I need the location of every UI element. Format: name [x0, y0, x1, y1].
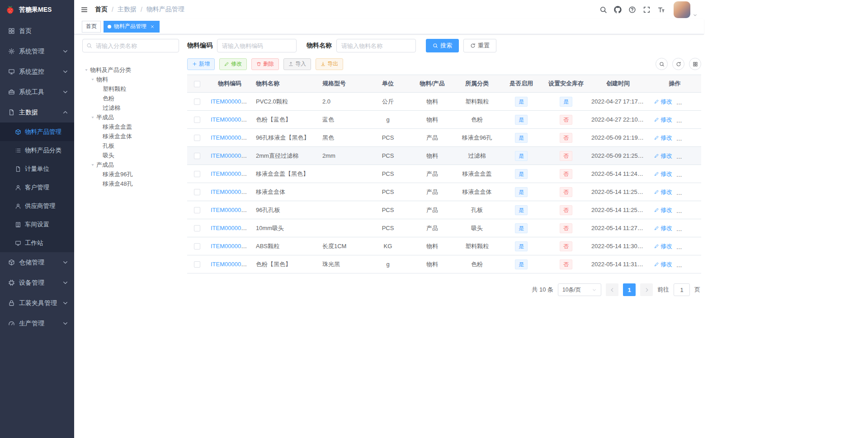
material-code-link[interactable]: ITEM00000051 [211, 170, 251, 177]
edit-link[interactable]: 修改 [654, 152, 672, 160]
checkbox[interactable] [194, 189, 200, 195]
checkbox[interactable] [194, 243, 200, 250]
breadcrumb-item[interactable]: 主数据 [118, 5, 137, 14]
tree-node[interactable]: 孔板 [82, 141, 179, 151]
add-button[interactable]: 新增 [187, 58, 215, 70]
help-icon[interactable] [628, 6, 636, 14]
tree-node[interactable]: 物料 [82, 75, 179, 84]
export-button[interactable]: 导出 [316, 58, 343, 70]
material-code-link[interactable]: ITEM00000037 [211, 98, 251, 105]
material-code-link[interactable]: ITEM00000049 [211, 152, 251, 159]
refresh-table-button[interactable] [672, 58, 684, 70]
tree-node[interactable]: 过滤棉 [82, 103, 179, 113]
sidebar-item-measure-unit[interactable]: 计量单位 [0, 160, 74, 178]
delete-link[interactable]: 删除 [679, 242, 697, 250]
caret-down-icon[interactable] [89, 77, 96, 82]
select-all-checkbox[interactable] [187, 75, 207, 93]
column-settings-button[interactable] [689, 58, 701, 70]
row-checkbox-cell[interactable] [187, 111, 207, 129]
delete-button[interactable]: 删除 [251, 58, 279, 70]
edit-link[interactable]: 修改 [654, 134, 672, 142]
checkbox[interactable] [194, 171, 200, 177]
sidebar-item-home[interactable]: 首页 [0, 21, 74, 41]
row-checkbox-cell[interactable] [187, 255, 207, 273]
edit-link[interactable]: 修改 [654, 242, 672, 250]
sidebar-item-material-product-management[interactable]: 物料产品管理 [0, 122, 74, 141]
sidebar-item-workshop-settings[interactable]: 车间设置 [0, 215, 74, 234]
table-row[interactable]: ITEM00000049 2mm直径过滤棉 2mm PCS 物料 过滤棉 是 否… [187, 147, 701, 165]
delete-link[interactable]: 删除 [679, 116, 697, 124]
row-checkbox-cell[interactable] [187, 147, 207, 165]
row-checkbox-cell[interactable] [187, 219, 207, 237]
font-size-icon[interactable] [657, 6, 665, 14]
edit-link[interactable]: 修改 [654, 188, 672, 196]
row-checkbox-cell[interactable] [187, 93, 207, 111]
tree-node[interactable]: 产成品 [82, 160, 179, 170]
edit-link[interactable]: 修改 [654, 116, 672, 124]
edit-link[interactable]: 修改 [654, 260, 672, 268]
caret-down-icon[interactable] [89, 163, 96, 167]
delete-link[interactable]: 删除 [679, 134, 697, 142]
caret-down-icon[interactable] [89, 115, 96, 120]
app-logo[interactable]: 苦糖果MES [0, 0, 74, 20]
category-search-input[interactable] [82, 39, 179, 52]
checkbox[interactable] [194, 225, 200, 231]
reset-button[interactable]: 重置 [463, 39, 496, 52]
table-row[interactable]: ITEM00000052 移液盒盒体 PCS 产品 移液盒盒体 是 否 2022… [187, 183, 701, 201]
sidebar-item-fixture-management[interactable]: 工装夹具管理 [0, 293, 74, 313]
edit-link[interactable]: 修改 [654, 206, 672, 214]
sidebar-item-system-monitor[interactable]: 系统监控 [0, 61, 74, 82]
edit-link[interactable]: 修改 [654, 98, 672, 106]
checkbox[interactable] [194, 261, 200, 268]
avatar[interactable] [674, 1, 690, 18]
delete-link[interactable]: 删除 [679, 152, 697, 160]
delete-link[interactable]: 删除 [679, 206, 697, 214]
row-checkbox-cell[interactable] [187, 183, 207, 201]
material-code-input[interactable] [217, 39, 297, 52]
checkbox[interactable] [194, 117, 200, 123]
material-name-input[interactable] [336, 39, 416, 52]
row-checkbox-cell[interactable] [187, 129, 207, 147]
prev-page-button[interactable] [606, 283, 618, 296]
tree-node[interactable]: 塑料颗粒 [82, 84, 179, 94]
sidebar-item-customer-management[interactable]: 客户管理 [0, 178, 74, 197]
import-button[interactable]: 导入 [283, 58, 311, 70]
fullscreen-icon[interactable] [643, 6, 651, 14]
edit-button[interactable]: 修改 [219, 58, 247, 70]
sidebar-item-supplier-management[interactable]: 供应商管理 [0, 197, 74, 215]
delete-link[interactable]: 删除 [679, 98, 697, 106]
goto-page-input[interactable] [674, 283, 690, 296]
edit-link[interactable]: 修改 [654, 170, 672, 178]
delete-link[interactable]: 删除 [679, 224, 697, 232]
sidebar-item-master-data[interactable]: 主数据 [0, 102, 74, 122]
breadcrumb-item[interactable]: 首页 [95, 5, 108, 14]
material-code-link[interactable]: ITEM00000053 [211, 207, 251, 213]
header-search-icon[interactable] [599, 6, 607, 14]
tab-home[interactable]: 首页 [82, 21, 101, 33]
material-code-link[interactable]: ITEM00000046 [211, 134, 251, 141]
row-checkbox-cell[interactable] [187, 165, 207, 183]
tree-node[interactable]: 吸头 [82, 151, 179, 160]
sidebar-item-equipment-management[interactable]: 设备管理 [0, 273, 74, 293]
tab-material-product-management[interactable]: 物料产品管理 [104, 21, 160, 33]
sidebar-item-system-tools[interactable]: 系统工具 [0, 82, 74, 102]
sidebar-item-production-management[interactable]: 生产管理 [0, 313, 74, 334]
table-row[interactable]: ITEM00000053 96孔孔板 PCS 产品 孔板 是 否 2022-05… [187, 201, 701, 219]
tree-node[interactable]: 移液盒盒盖 [82, 122, 179, 132]
page-1-button[interactable]: 1 [623, 283, 636, 296]
table-row[interactable]: ITEM00000056 色粉【黑色】 珠光黑 g 物料 色粉 是 否 2022… [187, 255, 701, 273]
material-code-link[interactable]: ITEM00000041 [211, 116, 251, 123]
table-row[interactable]: ITEM00000051 移液盒盒盖【黑色】 PCS 产品 移液盒盒盖 是 否 … [187, 165, 701, 183]
sidebar-item-workstation[interactable]: 工作站 [0, 234, 74, 252]
search-button[interactable]: 搜索 [426, 39, 459, 52]
table-row[interactable]: ITEM00000054 10mm吸头 PCS 产品 吸头 是 否 2022-0… [187, 219, 701, 237]
toggle-search-button[interactable] [656, 58, 668, 70]
tree-node[interactable]: 半成品 [82, 113, 179, 122]
page-size-select[interactable]: 10条/页 [558, 283, 601, 296]
github-icon[interactable] [614, 6, 622, 14]
checkbox[interactable] [194, 135, 200, 141]
row-checkbox-cell[interactable] [187, 237, 207, 255]
material-code-link[interactable]: ITEM00000054 [211, 225, 251, 231]
tree-node[interactable]: 色粉 [82, 94, 179, 103]
table-row[interactable]: ITEM00000041 色粉【蓝色】 蓝色 g 物料 色粉 是 否 2022-… [187, 111, 701, 129]
